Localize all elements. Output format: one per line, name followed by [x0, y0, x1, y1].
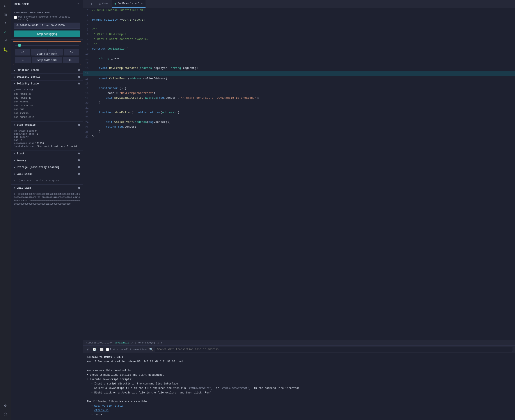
call-stack-arrow: ▼ — [14, 173, 15, 175]
storage-copy-icon[interactable]: ⧉ — [78, 166, 80, 169]
line-num-24: 24 — [83, 120, 92, 124]
line-num-10: 10 — [83, 52, 92, 56]
config-section: DEBUGGER CONFIGURATION Use generated sou… — [11, 9, 83, 40]
jump-end-button[interactable]: ⏭ — [63, 57, 79, 63]
call-data-header[interactable]: ▼ Call Data ⧉ — [11, 185, 83, 191]
stack-section: ▶ Stack ⧉ — [11, 150, 83, 157]
web3-link[interactable]: web3 version 1.5.2 — [94, 405, 123, 407]
step-out-button[interactable]: ↓ — [48, 49, 63, 55]
call-data-body: 0: 0x608060405234801561001057600080fd5b5… — [11, 191, 83, 208]
tab-home[interactable]: ⌂ Home — [96, 0, 111, 8]
listen-all-label: listen on all transactions — [110, 348, 147, 351]
function-stack-header[interactable]: ▶ Function Stack ⧉ — [11, 67, 83, 74]
memory-header[interactable]: ▶ Memory ⧉ — [11, 157, 83, 164]
usage-line-5: – Right click on a JavaScript file in th… — [87, 391, 511, 395]
refs-label: 1 reference(s) — [135, 341, 155, 344]
home-nav-icon[interactable]: ⌂ — [1, 2, 9, 10]
step-into-button[interactable]: ↑ — [31, 49, 46, 55]
step-details-header[interactable]: ▼ Step details ⧉ — [11, 122, 83, 128]
tab-devexample[interactable]: ◈ DevExample.sol ✕ — [112, 0, 146, 8]
line-content-6: * @title DevExample — [92, 32, 515, 37]
git-nav-icon[interactable]: ⎇ — [1, 37, 9, 45]
stack-copy-icon[interactable]: ⧉ — [78, 152, 80, 155]
step-back-button[interactable]: ↩ — [15, 49, 30, 55]
terminal-search-icon: 🔍 — [149, 348, 153, 351]
refs-up-icon[interactable]: ∧ — [157, 341, 159, 344]
line-num-4: 4 — [83, 22, 92, 27]
code-line-20: 20 } — [83, 100, 515, 105]
tab-close-button[interactable]: ✕ — [141, 2, 143, 6]
call-stack-copy-icon[interactable]: ⧉ — [78, 172, 80, 176]
debug-slider[interactable] — [15, 45, 79, 46]
storage-section: ▶ Storage [Completely Loaded] ⧉ — [11, 164, 83, 171]
home-tab-label: Home — [102, 2, 108, 5]
line-num-5: 5 — [83, 27, 92, 32]
stack-header[interactable]: ▶ Stack ⧉ — [11, 150, 83, 157]
solidity-state-copy-icon[interactable]: ⧉ — [78, 82, 80, 85]
lib-ethers: • ethers.js — [87, 408, 511, 412]
generated-sources-checkbox[interactable] — [14, 16, 17, 19]
terminal-expand-button[interactable]: ⤢ — [85, 347, 90, 352]
code-line-27: 27 } — [83, 134, 515, 139]
usage-line-3: – Input a script directly in the command… — [87, 382, 511, 386]
call-stack-header[interactable]: ▼ Call Stack ⧉ — [11, 171, 83, 177]
search-nav-icon[interactable]: ⌕ — [1, 19, 9, 27]
step-details-body: vm trace step: 0 execution step: 0 add m… — [11, 128, 83, 150]
stack-arrow: ▶ — [14, 152, 15, 155]
usage-line-1: • Check transactions details and start d… — [87, 373, 511, 377]
step-exec-val: 0 — [37, 133, 38, 135]
call-data-copy-icon[interactable]: ⧉ — [78, 187, 80, 189]
stop-debugging-button[interactable]: Stop debugging — [14, 30, 80, 37]
memory-arrow: ▶ — [14, 159, 15, 162]
memory-copy-icon[interactable]: ⧉ — [78, 159, 80, 162]
call-data-arrow: ▼ — [14, 187, 15, 189]
line-num-25: 25 — [83, 125, 92, 129]
deploy-nav-icon[interactable]: ✓ — [1, 28, 9, 36]
step-forward-button[interactable]: ↪ — [64, 49, 79, 55]
lib-remix: • remix — [87, 413, 511, 417]
code-line-9: 9 contract DevExample { — [83, 46, 515, 51]
step-details-section: ▼ Step details ⧉ vm trace step: 0 execut… — [11, 122, 83, 150]
call-stack-title: Call Stack — [17, 172, 77, 176]
settings-nav-icon[interactable]: ⚙ — [1, 402, 9, 409]
function-stack-section: ▶ Function Stack ⧉ — [11, 67, 83, 74]
opcode-line: 006 DUP1 — [14, 108, 80, 112]
files-nav-icon[interactable]: ◫ — [1, 11, 9, 18]
zoom-out-button[interactable]: − — [85, 1, 89, 6]
tx-hash-input[interactable] — [14, 22, 80, 29]
tab-zoom-controls: − + — [85, 1, 94, 6]
solidity-state-arrow: ▼ — [14, 83, 15, 85]
step-mem-key: add memory: — [14, 136, 30, 138]
ethers-link[interactable]: ethers.js — [94, 409, 109, 412]
plugin-nav-icon[interactable]: ⬡ — [1, 410, 9, 418]
step-over-back-button[interactable]: Step over back — [32, 57, 62, 63]
step-detail-row: remaining gas: 101530 — [14, 142, 80, 144]
jump-start-button[interactable]: ⏮ — [15, 57, 31, 63]
function-stack-copy-icon[interactable]: ⧉ — [78, 69, 80, 72]
refs-down-icon[interactable]: ∨ — [161, 341, 163, 344]
step-details-title: Step details — [17, 123, 77, 127]
main-area: − + ⌂ Home ◈ DevExample.sol ✕ 1 // SPDX-… — [83, 0, 515, 420]
step-details-copy-icon[interactable]: ⧉ — [78, 123, 80, 127]
solidity-locals-header[interactable]: ▶ Solidity Locals ⧉ — [11, 74, 83, 80]
contract-def-icon[interactable]: ↗ — [131, 341, 133, 344]
storage-header[interactable]: ▶ Storage [Completely Loaded] ⧉ — [11, 164, 83, 171]
zoom-in-button[interactable]: + — [90, 1, 93, 6]
solidity-locals-copy-icon[interactable]: ⧉ — [78, 75, 80, 79]
terminal-checkbox-button[interactable]: ⬜ — [99, 347, 104, 352]
code-line-3: 3 pragma solidity >=0.7.0 <0.9.0; — [83, 18, 515, 22]
line-num-1: 1 — [83, 8, 92, 13]
line-num-2: 2 — [83, 13, 92, 17]
debug-nav-icon[interactable]: 🐛 — [1, 46, 9, 53]
solidity-state-header[interactable]: ▼ Solidity State ⧉ — [11, 81, 83, 87]
listen-all-checkbox[interactable] — [106, 348, 109, 351]
line-content-27: } — [92, 135, 515, 139]
file-tab-label: DevExample.sol — [118, 2, 140, 5]
terminal-clock-button[interactable]: 🕐 — [92, 347, 97, 352]
line-content-25: return msg.sender; — [92, 125, 515, 129]
panel-menu-icon[interactable]: ≡ — [78, 3, 80, 6]
libraries-header: The following libraries are accessible: — [87, 400, 511, 404]
solidity-locals-arrow: ▶ — [14, 76, 15, 78]
terminal-search-input[interactable] — [155, 347, 513, 352]
code-line-6: 6 * @title DevExample — [83, 32, 515, 37]
